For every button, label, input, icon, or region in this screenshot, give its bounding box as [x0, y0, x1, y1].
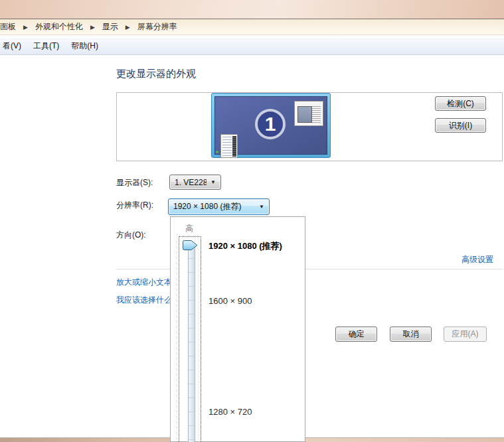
display-combobox[interactable]: 1. VE228 ▼ [169, 175, 221, 190]
scale-text-link[interactable]: 放大或缩小文本 [116, 277, 172, 288]
chevron-down-icon: ▼ [210, 179, 216, 185]
start-orb-icon [216, 151, 218, 153]
desktop-thumbnail-window [294, 101, 323, 126]
display-label: 显示器(S): [116, 177, 153, 188]
monitor-number-badge: 1 [255, 109, 286, 139]
resolution-option-1280x720[interactable]: 1280 × 720 [209, 407, 252, 417]
ok-button[interactable]: 确定 [335, 327, 377, 342]
orientation-label: 方向(O): [116, 230, 146, 241]
breadcrumb-arrow-icon: ▶ [23, 24, 28, 31]
resolution-combobox-value: 1920 × 1080 (推荐) [173, 201, 255, 212]
display-combobox-value: 1. VE228 [175, 178, 207, 187]
desktop-wallpaper-top [0, 0, 504, 19]
advanced-settings-link[interactable]: 高级设置 [462, 254, 493, 265]
screen-resolution-window: 面板 ▶ 外观和个性化 ▶ 显示 ▶ 屏幕分辨率 看(V) 工具(T) 帮助(H… [0, 0, 504, 442]
breadcrumb-arrow-icon: ▶ [126, 24, 130, 31]
resolution-combobox[interactable]: 1920 × 1080 (推荐) ▼ [168, 198, 270, 215]
breadcrumb: 面板 ▶ 外观和个性化 ▶ 显示 ▶ 屏幕分辨率 [0, 19, 504, 35]
menu-help[interactable]: 帮助(H) [65, 38, 104, 54]
identify-button[interactable]: 识别(I) [435, 118, 486, 133]
slider-high-label: 高 [185, 223, 193, 234]
menu-tools[interactable]: 工具(T) [27, 38, 65, 54]
breadcrumb-item-display[interactable]: 显示 [102, 21, 118, 33]
desktop-thumbnail-window [220, 134, 238, 158]
breadcrumb-item-appearance[interactable]: 外观和个性化 [35, 21, 83, 33]
resolution-label: 分辨率(R): [116, 200, 153, 211]
breadcrumb-arrow-icon: ▶ [90, 24, 95, 31]
chevron-down-icon: ▼ [259, 204, 264, 210]
monitor-1-preview[interactable]: 1 [211, 93, 331, 158]
menu-view[interactable]: 看(V) [0, 38, 27, 54]
resolution-option-1920x1080[interactable]: 1920 × 1080 (推荐) [209, 240, 282, 252]
detect-button[interactable]: 检测(C) [435, 96, 486, 111]
breadcrumb-item-control-panel[interactable]: 面板 [0, 21, 16, 33]
resolution-option-1600x900[interactable]: 1600 × 900 [209, 296, 252, 306]
resolution-slider-thumb[interactable] [182, 240, 199, 251]
monitor-number: 1 [265, 114, 276, 134]
cancel-button[interactable]: 取消 [390, 327, 432, 342]
page-title: 更改显示器的外观 [116, 68, 196, 80]
resolution-slider-track[interactable] [188, 244, 195, 442]
resolution-dropdown-panel: 高 1920 × 1080 (推荐) 1600 × 900 1280 × 720 [170, 216, 305, 442]
breadcrumb-item-screen-resolution[interactable]: 屏幕分辨率 [137, 21, 177, 33]
display-settings-help-link[interactable]: 我应该选择什么 [116, 295, 172, 306]
menu-bar: 看(V) 工具(T) 帮助(H) [0, 38, 504, 55]
apply-button[interactable]: 应用(A) [444, 327, 487, 342]
monitor-screen: 1 [214, 96, 327, 155]
